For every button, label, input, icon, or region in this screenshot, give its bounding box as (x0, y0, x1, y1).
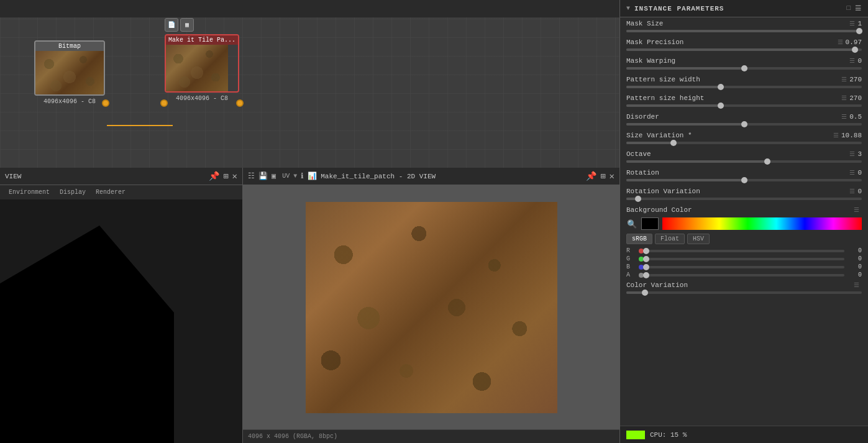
param-row-pattern_size_height: Pattern size height ☰ 270 (620, 92, 868, 111)
param-value-rotation_variation: 0 (857, 188, 862, 195)
slider-fill-mask_warping (626, 67, 744, 70)
param-menu-disorder[interactable]: ☰ (841, 113, 847, 121)
slider-track-disorder[interactable] (626, 123, 862, 126)
left-area: Bitmap 4096x4096 - C8 📄 ▦ Make it Tile P… (0, 0, 619, 443)
param-label-row-mask_precision: Mask Precision ☰ 0.97 (626, 39, 862, 46)
channel-track-g[interactable] (646, 258, 844, 260)
param-menu-rotation_variation[interactable]: ☰ (849, 188, 855, 195)
color-variation-label: Color Variation (626, 281, 688, 289)
node-label-bitmap: 4096x4096 - C8 (43, 98, 96, 105)
slider-track-octave[interactable] (626, 160, 862, 163)
channel-track-r[interactable] (646, 250, 844, 252)
chart-icon[interactable]: 📊 (308, 171, 317, 181)
slider-thumb-rotation[interactable] (741, 177, 747, 183)
channel-thumb-r[interactable] (643, 248, 649, 254)
collapse-icon[interactable]: ▼ (626, 5, 631, 12)
tab-display[interactable]: Display (56, 188, 89, 197)
param-label-row-pattern_size_height: Pattern size height ☰ 270 (626, 94, 862, 102)
param-menu-mask_warping[interactable]: ☰ (849, 57, 855, 65)
slider-track-mask_size[interactable] (626, 30, 862, 32)
channel-label-g: G (626, 255, 636, 262)
channel-label-r: R (626, 247, 636, 254)
param-menu-rotation[interactable]: ☰ (849, 169, 855, 176)
color-variation-slider[interactable] (626, 291, 862, 294)
color-swatch[interactable] (641, 217, 659, 230)
tab-environment[interactable]: Environment (5, 188, 53, 197)
channel-thumb-g[interactable] (643, 256, 649, 262)
slider-track-rotation_variation[interactable] (626, 198, 862, 200)
port-tile-out[interactable] (236, 99, 244, 107)
header-icon-pin[interactable]: □ (846, 4, 851, 12)
color-variation-thumb[interactable] (642, 290, 648, 296)
param-value-mask_size: 1 (857, 20, 862, 27)
tab-renderer[interactable]: Renderer (92, 188, 129, 197)
param-label-octave: Octave (626, 150, 651, 158)
slider-thumb-mask_precision[interactable] (852, 47, 858, 53)
node-box-bitmap[interactable]: Bitmap (34, 40, 105, 96)
channel-track-b[interactable] (646, 266, 844, 268)
param-row-size_variation: Size Variation * ☰ 10.88 (620, 129, 868, 148)
color-mode-float[interactable]: Float (655, 234, 685, 244)
slider-thumb-pattern_size_height[interactable] (718, 103, 724, 109)
port-tile-in[interactable] (160, 99, 168, 107)
view-2d-status: 4096 x 4096 (RGBA, 8bpc) (243, 429, 619, 443)
cpu-label: CPU: 15 % (650, 431, 687, 439)
view-2d-save-icon[interactable]: 💾 (258, 171, 268, 181)
slider-thumb-octave[interactable] (764, 158, 770, 165)
slider-track-size_variation[interactable] (626, 142, 862, 144)
slider-track-pattern_size_height[interactable] (626, 104, 862, 107)
close-icon-3d[interactable]: ✕ (232, 171, 237, 181)
channel-value-a: 0 (847, 272, 862, 278)
color-variation-menu[interactable]: ☰ (854, 281, 859, 289)
slider-thumb-mask_warping[interactable] (741, 65, 747, 71)
slider-thumb-disorder[interactable] (741, 121, 747, 127)
view-2d-copy-icon[interactable]: ▣ (272, 171, 276, 181)
color-mode-hsv[interactable]: HSV (687, 234, 710, 244)
info-icon[interactable]: ℹ (301, 171, 304, 181)
slider-track-pattern_size_width[interactable] (626, 86, 862, 88)
bg-color-menu-icon[interactable]: ☰ (854, 206, 859, 214)
param-label-mask_warping: Mask Warping (626, 57, 675, 65)
param-menu-pattern_size_height[interactable]: ☰ (841, 94, 847, 102)
eyedropper-btn[interactable]: 🔍 (626, 218, 637, 229)
channel-track-a[interactable] (646, 274, 844, 276)
channel-label-a: A (626, 272, 636, 278)
slider-track-mask_precision[interactable] (626, 48, 862, 51)
color-mode-srgb[interactable]: sRGB (626, 234, 652, 244)
channel-thumb-b[interactable] (643, 264, 649, 270)
color-variation-label-row: Color Variation ☰ (626, 281, 862, 289)
param-menu-mask_precision[interactable]: ☰ (838, 39, 843, 46)
slider-track-mask_warping[interactable] (626, 67, 862, 70)
node-box-tile[interactable]: Make it Tile Pa... (165, 34, 239, 93)
port-bitmap-out[interactable] (102, 99, 109, 107)
param-row-disorder: Disorder ☰ 0.5 (620, 111, 868, 129)
node-preview-tile (166, 45, 228, 91)
node-title-bitmap: Bitmap (35, 42, 104, 51)
slider-fill-mask_precision (626, 48, 855, 51)
slider-thumb-rotation_variation[interactable] (635, 196, 641, 202)
pin-icon[interactable]: 📌 (209, 171, 219, 181)
cpu-status-bar: CPU: 15 % (620, 426, 868, 443)
param-label-rotation_variation: Rotation Variation (626, 188, 700, 195)
node-icon-doc[interactable]: 📄 (165, 18, 178, 32)
slider-fill-pattern_size_height (626, 104, 721, 107)
channels-container: R 0 G 0 B 0 A 0 (620, 247, 868, 279)
channel-thumb-a[interactable] (643, 272, 649, 278)
header-icon-menu[interactable]: ☰ (855, 4, 862, 12)
float-icon-2d[interactable]: ⊞ (600, 171, 605, 181)
close-icon-2d[interactable]: ✕ (610, 171, 614, 181)
slider-thumb-mask_size[interactable] (856, 28, 862, 34)
param-menu-pattern_size_width[interactable]: ☰ (841, 76, 847, 83)
node-icon-grid[interactable]: ▦ (180, 18, 194, 32)
uv-label[interactable]: UV (282, 173, 290, 180)
slider-thumb-size_variation[interactable] (670, 140, 677, 146)
slider-thumb-pattern_size_width[interactable] (718, 84, 724, 90)
param-menu-size_variation[interactable]: ☰ (833, 132, 839, 139)
pin-icon-2d[interactable]: 📌 (586, 171, 596, 181)
float-icon[interactable]: ⊞ (223, 171, 228, 181)
param-menu-mask_size[interactable]: ☰ (849, 20, 855, 27)
color-spectrum[interactable] (662, 217, 862, 230)
slider-track-rotation[interactable] (626, 179, 862, 181)
param-menu-octave[interactable]: ☰ (849, 150, 855, 158)
param-label-row-pattern_size_width: Pattern size width ☰ 270 (626, 76, 862, 83)
